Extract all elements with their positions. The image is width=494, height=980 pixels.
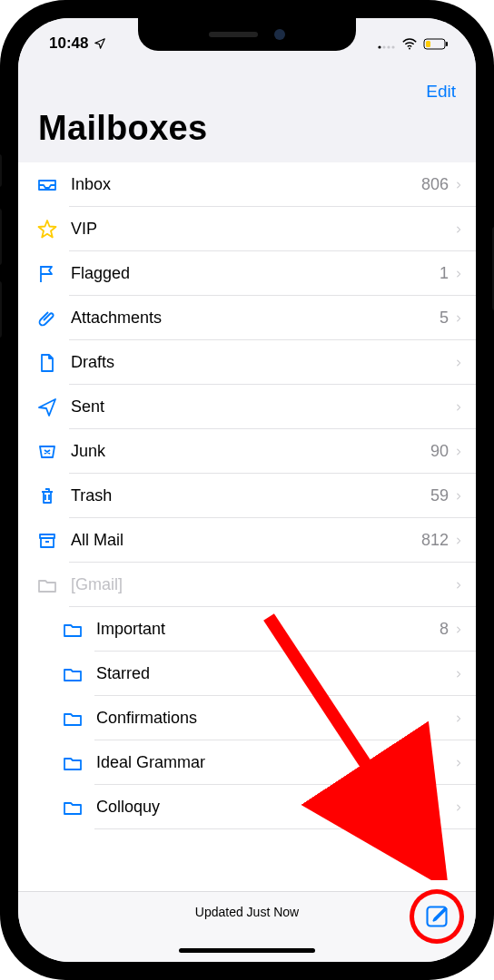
mailbox-count: 806	[421, 175, 449, 194]
svg-rect-6	[446, 42, 448, 46]
svg-point-1	[382, 45, 385, 48]
mailbox-label: Flagged	[71, 264, 440, 283]
mailbox-count: 812	[421, 531, 449, 550]
screen: 10:48	[18, 18, 476, 962]
junk-icon	[35, 441, 60, 463]
mailbox-row[interactable]: Sent	[18, 385, 476, 429]
folder-icon	[60, 708, 85, 730]
cellular-signal-icon	[378, 38, 396, 49]
mailbox-label: [Gmail]	[71, 575, 454, 594]
chevron-right-icon	[454, 311, 463, 326]
status-time: 10:48	[49, 34, 88, 53]
volume-up-button[interactable]	[0, 209, 2, 265]
mailbox-label: Attachments	[71, 309, 440, 328]
mailbox-count: 1	[440, 264, 449, 283]
mailbox-label: Junk	[71, 442, 430, 461]
mailbox-label: Ideal Grammar	[96, 753, 454, 772]
mailbox-label: Starred	[96, 664, 454, 683]
folder-icon	[60, 797, 85, 818]
chevron-right-icon	[454, 578, 463, 593]
mailbox-label: Sent	[71, 397, 454, 416]
svg-rect-7	[426, 41, 430, 47]
star-icon	[35, 219, 60, 240]
mailbox-count: 90	[430, 442, 449, 461]
mailbox-row[interactable]: Junk90	[18, 429, 476, 474]
mailbox-label: Trash	[71, 486, 430, 505]
phone-frame: 10:48	[0, 0, 494, 980]
earpiece-speaker	[209, 32, 258, 37]
notch	[138, 18, 356, 51]
mailbox-row[interactable]: Trash59	[18, 474, 476, 518]
chevron-right-icon	[454, 445, 463, 459]
flag-icon	[35, 263, 60, 285]
chevron-right-icon	[454, 178, 463, 192]
mailbox-label: Inbox	[71, 175, 421, 194]
battery-low-icon	[423, 38, 449, 50]
paperclip-icon	[35, 308, 60, 329]
compose-button[interactable]	[424, 904, 450, 929]
archive-icon	[35, 530, 60, 552]
mailbox-row[interactable]: Confirmations	[18, 696, 476, 740]
folder-icon	[60, 619, 85, 641]
mailbox-row[interactable]: VIP	[18, 207, 476, 251]
chevron-right-icon	[454, 534, 463, 548]
mailbox-label: Colloquy	[96, 798, 454, 817]
chevron-right-icon	[454, 800, 463, 815]
svg-point-3	[391, 45, 394, 48]
svg-point-0	[378, 45, 380, 48]
mailbox-label: All Mail	[71, 531, 421, 550]
home-indicator[interactable]	[179, 948, 315, 953]
mailbox-label: Important	[96, 620, 440, 639]
chevron-right-icon	[454, 222, 463, 237]
mailbox-row[interactable]: Inbox806	[18, 162, 476, 207]
mailbox-count: 59	[430, 486, 449, 505]
page-title: Mailboxes	[38, 107, 456, 159]
mailbox-row[interactable]: All Mail812	[18, 518, 476, 563]
front-camera	[274, 29, 285, 40]
chevron-right-icon	[454, 356, 463, 370]
mailbox-list[interactable]: Inbox806VIPFlagged1Attachments5DraftsSen…	[18, 162, 476, 891]
mailbox-row[interactable]: Attachments5	[18, 296, 476, 340]
mailbox-count: 5	[440, 309, 449, 328]
mailbox-row[interactable]: Flagged1	[18, 251, 476, 296]
svg-point-2	[387, 45, 390, 48]
mailbox-row[interactable]: Ideal Grammar	[18, 740, 476, 785]
mailbox-label: Confirmations	[96, 709, 454, 728]
chevron-right-icon	[454, 267, 463, 281]
mailbox-row[interactable]: Drafts	[18, 340, 476, 385]
folder-muted-icon	[35, 574, 60, 596]
compose-button-highlight	[414, 894, 459, 939]
chevron-right-icon	[454, 622, 463, 637]
nav-bar: Edit Mailboxes	[18, 69, 476, 162]
folder-icon	[60, 663, 85, 685]
mailbox-row[interactable]: Important8	[18, 607, 476, 652]
wifi-icon	[401, 38, 418, 50]
trash-icon	[35, 485, 60, 507]
mailbox-label: Drafts	[71, 353, 454, 372]
inbox-icon	[35, 174, 60, 196]
volume-down-button[interactable]	[0, 281, 2, 338]
chevron-right-icon	[454, 756, 463, 770]
mailbox-row[interactable]: Starred	[18, 652, 476, 696]
sync-status: Updated Just Now	[18, 905, 476, 919]
mailbox-count: 8	[440, 620, 449, 639]
chevron-right-icon	[454, 400, 463, 415]
chevron-right-icon	[454, 667, 463, 681]
mailbox-label: VIP	[71, 220, 454, 239]
draft-icon	[35, 352, 60, 374]
toolbar: Updated Just Now	[18, 891, 476, 962]
sent-icon	[35, 397, 60, 418]
chevron-right-icon	[454, 489, 463, 504]
mute-switch[interactable]	[0, 154, 2, 187]
mailbox-row[interactable]: [Gmail]	[18, 563, 476, 607]
location-arrow-icon	[94, 37, 106, 50]
chevron-right-icon	[454, 711, 463, 726]
mailbox-row[interactable]: Colloquy	[18, 785, 476, 829]
folder-icon	[60, 752, 85, 774]
edit-button[interactable]: Edit	[426, 82, 456, 102]
svg-point-4	[409, 47, 410, 49]
